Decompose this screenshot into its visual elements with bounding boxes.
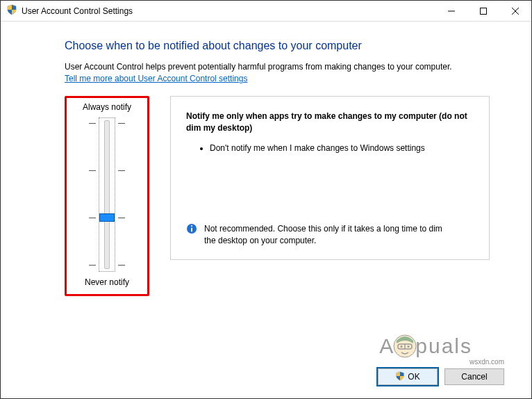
uac-shield-icon bbox=[6, 4, 17, 17]
maximize-button[interactable] bbox=[467, 1, 499, 21]
slider-panel: Always notify Never notify bbox=[65, 96, 149, 296]
svg-rect-8 bbox=[398, 344, 412, 349]
dialog-buttons: OK Cancel bbox=[378, 368, 504, 385]
uac-shield-icon bbox=[395, 371, 405, 383]
level-description-panel: Notify me only when apps try to make cha… bbox=[170, 96, 490, 260]
close-button[interactable] bbox=[499, 1, 531, 21]
ok-button[interactable]: OK bbox=[378, 368, 438, 385]
cancel-button[interactable]: Cancel bbox=[444, 368, 504, 385]
svg-rect-1 bbox=[481, 8, 487, 14]
titlebar: User Account Control Settings bbox=[1, 1, 531, 22]
slider-thumb[interactable] bbox=[99, 213, 115, 222]
svg-point-10 bbox=[401, 345, 403, 348]
window-controls bbox=[435, 1, 531, 21]
svg-rect-5 bbox=[191, 228, 192, 232]
level-title: Notify me only when apps try to make cha… bbox=[186, 111, 474, 134]
cancel-label: Cancel bbox=[461, 372, 487, 382]
wsxdn-watermark: wsxdn.com bbox=[469, 358, 504, 366]
slider-bottom-label: Never notify bbox=[85, 277, 129, 287]
notification-level-slider[interactable] bbox=[97, 117, 117, 272]
page-subtext: User Account Control helps prevent poten… bbox=[65, 62, 495, 72]
learn-more-link[interactable]: Tell me more about User Account Control … bbox=[65, 74, 247, 83]
watermark-face-icon bbox=[392, 334, 417, 359]
info-icon bbox=[186, 223, 197, 238]
level-details-list: Don't notify me when I make changes to W… bbox=[186, 142, 474, 154]
level-detail-item: Don't notify me when I make changes to W… bbox=[210, 142, 446, 154]
level-warning: Not recommended. Choose this only if it … bbox=[186, 223, 474, 247]
window-title: User Account Control Settings bbox=[22, 6, 435, 16]
ok-label: OK bbox=[408, 372, 419, 382]
page-heading: Choose when to be notified about changes… bbox=[65, 40, 495, 52]
svg-point-7 bbox=[394, 335, 416, 357]
watermark: A puals bbox=[379, 334, 472, 359]
svg-point-6 bbox=[191, 225, 192, 227]
level-warning-text: Not recommended. Choose this only if it … bbox=[204, 223, 454, 247]
slider-top-label: Always notify bbox=[83, 102, 131, 112]
main-area: Always notify Never notify Notify me onl… bbox=[65, 96, 495, 296]
minimize-button[interactable] bbox=[435, 1, 467, 21]
content-area: Choose when to be notified about changes… bbox=[1, 22, 531, 296]
svg-point-11 bbox=[408, 345, 410, 348]
